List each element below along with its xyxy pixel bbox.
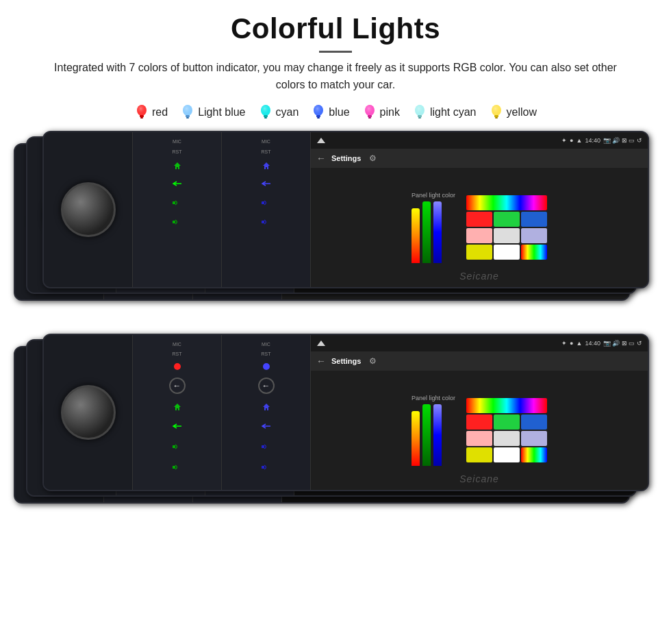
cell-b3 xyxy=(521,212,547,227)
bulb-lightcyan-icon xyxy=(412,103,427,121)
cell-b-bot3-2 xyxy=(521,431,547,446)
svg-rect-19 xyxy=(368,117,371,119)
left-panel-top-3 xyxy=(44,132,133,287)
rainbow-bar-3 xyxy=(466,195,547,210)
svg-rect-65 xyxy=(262,466,264,469)
device-group-bottom: MIC RST ← xyxy=(7,332,664,524)
mid-panels-bot-3: MIC RST ← xyxy=(133,335,311,490)
vol-icon-9 xyxy=(172,197,183,209)
cell-y-bot3-1 xyxy=(466,447,492,462)
screen-content-bot-3: Panel light color xyxy=(311,371,648,490)
vol-icon-10 xyxy=(172,216,183,228)
widget-label-3: Panel light color xyxy=(412,192,455,199)
svg-point-25 xyxy=(492,105,501,116)
screen-content-3: Panel light color xyxy=(311,168,648,287)
svg-rect-3 xyxy=(140,117,143,119)
arrow-btn-r6[interactable]: ← xyxy=(258,377,275,394)
svg-marker-41 xyxy=(174,162,181,169)
power-dot-r5 xyxy=(174,363,181,370)
svg-rect-11 xyxy=(264,117,267,119)
bulb-yellow-icon xyxy=(489,103,504,121)
bar-red-bot3 xyxy=(412,411,420,466)
home-icon-b5 xyxy=(173,402,182,412)
bulb-red-icon xyxy=(134,103,149,121)
color-bars-3 xyxy=(412,201,455,263)
mid-panel-bot-f: MIC RST ← xyxy=(222,335,311,490)
svg-rect-10 xyxy=(264,115,268,117)
mid-panel-f: MIC RST xyxy=(222,132,311,287)
watermark-bot-3: Seicane xyxy=(459,473,499,484)
rainbow-bar-bot3 xyxy=(466,398,547,413)
bulb-blue-icon xyxy=(311,103,326,121)
power-dot-r6 xyxy=(263,363,270,370)
bulb-lightblue-icon xyxy=(180,103,195,121)
color-item-blue: blue xyxy=(311,103,349,121)
color-label-blue: blue xyxy=(329,106,349,119)
svg-point-1 xyxy=(137,105,147,116)
color-item-pink: pink xyxy=(362,103,400,121)
home-icon-5 xyxy=(173,161,182,171)
svg-point-17 xyxy=(365,105,375,116)
app-bar-bot-3: ← Settings ⚙ xyxy=(311,351,648,371)
svg-marker-66 xyxy=(317,340,325,346)
cell-g3 xyxy=(494,212,520,227)
svg-point-13 xyxy=(314,105,323,116)
bar-red-3 xyxy=(412,208,420,263)
svg-marker-44 xyxy=(263,162,270,169)
svg-marker-60 xyxy=(174,404,181,410)
svg-rect-18 xyxy=(368,115,372,117)
cell-w4 xyxy=(494,245,520,260)
cell-b4 xyxy=(521,228,547,243)
color-item-lightblue: Light blue xyxy=(180,103,245,121)
status-bar-right-3: ✦●▲ 14:40 📷 🔊 ⊠ ▭ ↺ xyxy=(561,137,642,144)
svg-rect-7 xyxy=(186,117,189,119)
cell-w-bot3-2 xyxy=(494,447,520,462)
time-display-3: 14:40 xyxy=(585,137,600,144)
status-bar-right-bot-3: ✦●▲ 14:40 📷 🔊 ⊠ ▭ ↺ xyxy=(561,340,642,347)
status-bar-bot-3: ✦●▲ 14:40 📷 🔊 ⊠ ▭ ↺ xyxy=(311,335,648,351)
bulb-cyan-icon xyxy=(258,103,273,121)
bar-blue-3 xyxy=(433,201,442,263)
mid-panel-e: MIC RST xyxy=(133,132,222,287)
bar-green-3 xyxy=(422,201,431,263)
svg-marker-63 xyxy=(263,404,270,410)
settings-title-bot-3: Settings xyxy=(331,357,361,365)
watermark-3: Seicane xyxy=(459,271,499,282)
svg-rect-46 xyxy=(262,221,264,223)
back-icon-6 xyxy=(261,177,272,190)
cell-rainbow3 xyxy=(521,245,547,260)
arrow-btn-r5[interactable]: ← xyxy=(169,377,186,394)
radio-unit-bot-3: MIC RST ← xyxy=(42,334,649,491)
status-bar-top-3: ✦●▲ 14:40 📷 🔊 ⊠ ▭ ↺ xyxy=(311,132,648,149)
devices-area: MIC RST xyxy=(0,129,671,531)
color-label-lightblue: Light blue xyxy=(198,106,245,119)
vol-icon-b12 xyxy=(261,461,272,473)
settings-title-3: Settings xyxy=(331,154,361,162)
cell-g-bot3-1 xyxy=(494,414,520,430)
device-group-top: MIC RST xyxy=(7,129,664,320)
cell-w3 xyxy=(494,228,520,243)
svg-rect-43 xyxy=(173,221,175,223)
bar-blue-bot3 xyxy=(433,404,442,466)
color-label-red: red xyxy=(152,106,168,119)
back-icon-b5 xyxy=(172,420,183,432)
color-grid-3 xyxy=(466,195,547,260)
svg-rect-27 xyxy=(495,117,498,119)
color-item-lightcyan: light cyan xyxy=(412,103,477,121)
svg-rect-64 xyxy=(262,445,264,448)
widget-label-bot-3: Panel light color xyxy=(412,395,455,401)
color-label-yellow: yellow xyxy=(507,106,537,119)
color-item-yellow: yellow xyxy=(489,103,537,121)
panel-light-widget-3: Panel light color xyxy=(412,192,547,263)
color-label-pink: pink xyxy=(380,106,400,119)
color-item-cyan: cyan xyxy=(258,103,299,121)
vol-icon-b9 xyxy=(172,441,183,453)
cell-r4 xyxy=(466,228,492,243)
svg-rect-26 xyxy=(494,115,498,117)
vol-icon-12 xyxy=(261,216,272,228)
knob-top-3 xyxy=(61,182,116,237)
cell-r3 xyxy=(466,212,492,227)
page-wrapper: Colorful Lights Integrated with 7 colors… xyxy=(0,0,671,644)
svg-point-5 xyxy=(183,105,192,116)
svg-rect-42 xyxy=(173,201,175,204)
